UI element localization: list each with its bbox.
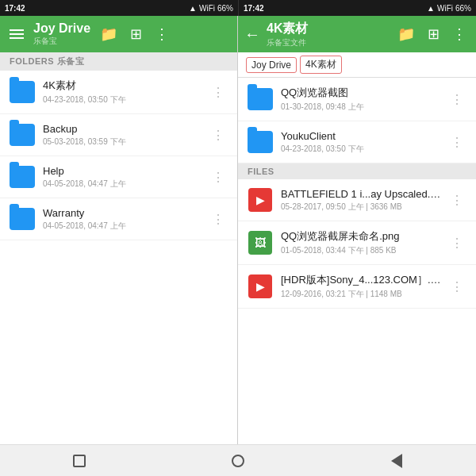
right-status-time: 17:42 (244, 4, 264, 13)
folder-icon-btn[interactable]: 📁 (97, 22, 121, 46)
file-name: [HDR版本]Sony_4...123.COM］.mp4 (281, 273, 447, 287)
list-item[interactable]: Help 04-05-2018, 04:47 上午 ⋮ (0, 156, 237, 198)
folder-meta: 01-30-2018, 09:48 上午 (281, 102, 447, 113)
item-more-icon[interactable]: ⋮ (209, 167, 228, 188)
folder-name: QQ浏览器截图 (281, 86, 447, 100)
list-item[interactable]: 4K素材 04-23-2018, 03:50 下午 ⋮ (0, 71, 237, 114)
folder-icon (10, 206, 35, 232)
breadcrumb-item-4k[interactable]: 4K素材 (300, 56, 342, 74)
left-toolbar-title: Joy Drive (33, 21, 90, 36)
folder-name: 4K素材 (43, 79, 209, 93)
grid-icon-btn-right[interactable]: ⊞ (424, 22, 443, 46)
left-section-label: FOLDERS 乐备宝 (0, 52, 237, 71)
folder-meta: 04-23-2018, 03:50 下午 (281, 144, 447, 155)
folder-name: Backup (43, 123, 209, 135)
right-file-list: QQ浏览器截图 01-30-2018, 09:48 上午 ⋮ YoukuClie… (238, 78, 476, 444)
folder-meta: 04-05-2018, 04:47 上午 (43, 178, 209, 190)
left-status-icons: ▲ WiFi 66% (189, 4, 233, 13)
list-item[interactable]: ▶ [HDR版本]Sony_4...123.COM］.mp4 12-09-201… (238, 265, 476, 309)
file-name: BATTLEFIELD 1 i...ay Upscaled.mp4 (281, 188, 447, 200)
video-icon: ▶ (248, 274, 272, 298)
item-more-icon[interactable]: ⋮ (209, 82, 228, 103)
video-icon: ▶ (248, 188, 272, 212)
folder-name: Help (43, 165, 209, 177)
left-folder-list: 4K素材 04-23-2018, 03:50 下午 ⋮ Backup 05-03… (0, 71, 237, 444)
more-btn-left[interactable]: ⋮ (152, 22, 172, 46)
files-section-label: FILES (238, 163, 476, 179)
item-more-icon[interactable]: ⋮ (209, 209, 228, 230)
file-name: QQ浏览器截屏未命名.png (281, 229, 447, 244)
folder-meta: 04-05-2018, 04:47 上午 (43, 221, 209, 232)
back-button[interactable]: ← (244, 25, 260, 44)
right-status-icons: ▲ WiFi 66% (427, 4, 471, 13)
folder-name: Warranty (43, 207, 209, 219)
item-more-icon[interactable]: ⋮ (447, 190, 466, 211)
right-toolbar: ← 4K素材 乐备宝文件 📁 ⊞ ⋮ (238, 16, 476, 52)
file-meta: 05-28-2017, 09:50 上午 | 3636 MB (281, 202, 447, 213)
folder-icon (10, 164, 35, 190)
list-item[interactable]: ▶ BATTLEFIELD 1 i...ay Upscaled.mp4 05-2… (238, 179, 476, 221)
more-btn-right[interactable]: ⋮ (449, 22, 470, 46)
folder-name: YoukuClient (281, 130, 447, 142)
left-toolbar: Joy Drive 乐备宝 📁 ⊞ ⋮ (0, 16, 237, 52)
list-item[interactable]: Warranty 04-05-2018, 04:47 上午 ⋮ (0, 198, 237, 240)
list-item[interactable]: YoukuClient 04-23-2018, 03:50 下午 ⋮ (238, 121, 476, 163)
square-icon (73, 455, 86, 467)
list-item[interactable]: QQ浏览器截图 01-30-2018, 09:48 上午 ⋮ (238, 78, 476, 121)
nav-back-btn[interactable] (386, 450, 408, 472)
folder-icon (10, 122, 35, 148)
list-item[interactable]: 🖼 QQ浏览器截屏未命名.png 01-05-2018, 03:44 下午 | … (238, 221, 476, 265)
folder-icon (10, 79, 35, 105)
folder-meta: 05-03-2018, 03:59 下午 (43, 136, 209, 148)
folder-icon-btn-right[interactable]: 📁 (394, 22, 418, 46)
bottom-nav (0, 444, 476, 476)
file-meta: 01-05-2018, 03:44 下午 | 885 KB (281, 245, 447, 256)
item-more-icon[interactable]: ⋮ (447, 89, 466, 110)
item-more-icon[interactable]: ⋮ (447, 132, 466, 153)
item-more-icon[interactable]: ⋮ (447, 276, 466, 298)
left-toolbar-subtitle: 乐备宝 (33, 36, 90, 47)
list-item[interactable]: Backup 05-03-2018, 03:59 下午 ⋮ (0, 114, 237, 156)
nav-square-btn[interactable] (68, 450, 90, 472)
image-icon: 🖼 (248, 231, 272, 255)
menu-icon[interactable] (6, 26, 27, 42)
right-toolbar-subtitle: 乐备宝文件 (267, 37, 388, 48)
circle-icon (232, 455, 244, 467)
folder-icon (248, 86, 273, 112)
folder-icon (248, 129, 273, 155)
folder-meta: 04-23-2018, 03:50 下午 (43, 94, 209, 106)
item-more-icon[interactable]: ⋮ (209, 125, 228, 146)
breadcrumb: Joy Drive 4K素材 (238, 52, 476, 78)
grid-icon-btn[interactable]: ⊞ (127, 22, 145, 46)
triangle-icon (391, 454, 402, 468)
item-more-icon[interactable]: ⋮ (447, 232, 466, 254)
left-status-time: 17:42 (5, 4, 25, 13)
file-meta: 12-09-2016, 03:21 下午 | 1148 MB (281, 289, 447, 300)
nav-circle-btn[interactable] (227, 450, 249, 472)
right-toolbar-title: 4K素材 (267, 21, 388, 37)
breadcrumb-item-joydrive[interactable]: Joy Drive (246, 57, 297, 73)
